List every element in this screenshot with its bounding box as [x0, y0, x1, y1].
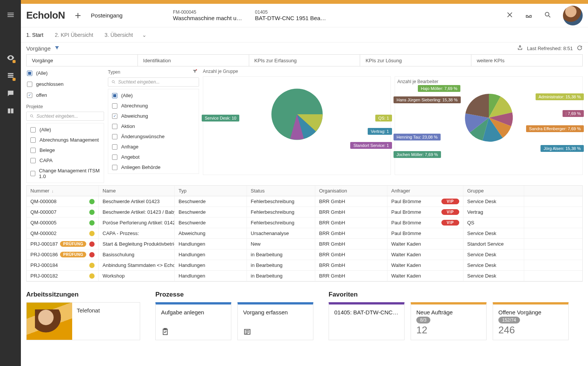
form-icon: [243, 328, 251, 336]
projects-search[interactable]: Suchtext eingeben...: [26, 112, 104, 121]
pie1-title: Anzahl je Gruppe: [203, 69, 238, 74]
topbar: EcholoN + Posteingang FM-000045 Waschmas…: [21, 4, 588, 27]
typen-title: Typen: [108, 69, 120, 75]
svg-point-1: [30, 115, 33, 117]
new-button[interactable]: +: [75, 9, 81, 22]
brand-logo: EcholoN: [26, 9, 65, 21]
tab-overview[interactable]: 3. Übersicht: [104, 32, 133, 38]
proj-abrechnung[interactable]: Abrechnungs Management: [27, 135, 104, 145]
pie-group-chart: [269, 86, 326, 143]
tab-kpi-overview[interactable]: 2. KPI Übersicht: [55, 32, 93, 38]
table-row[interactable]: QM-000008Beschwerde Artikel 01423Beschwe…: [27, 196, 582, 207]
filter-clear-icon[interactable]: [192, 69, 198, 75]
pie1-label-vertrag: Vertrag: 1: [368, 128, 392, 135]
status-offen[interactable]: offen: [26, 91, 104, 99]
proj-alle[interactable]: (Alle): [27, 125, 104, 134]
favorites-title: Favoriten: [329, 291, 569, 298]
typ-alle[interactable]: (Alle): [108, 91, 199, 100]
last-refreshed-label: Last Refreshed: 8:51: [527, 46, 573, 51]
panel-tab-vorgaenge[interactable]: Vorgänge: [27, 55, 138, 66]
col-anfrager[interactable]: Anfrager: [387, 186, 463, 196]
col-status[interactable]: Status: [247, 186, 315, 196]
card-offene[interactable]: Offene Vorgänge 152/74 246: [493, 302, 569, 340]
pie1-label-sd: Service Desk: 10: [202, 115, 239, 121]
panel-tab-identifikation[interactable]: Identifikation: [138, 55, 249, 66]
table-row[interactable]: QM-000002CAPA - Prozess:AbweichungUrsach…: [27, 228, 582, 239]
recent-item-1[interactable]: FM-000045 Waschmaschine macht unge: [173, 9, 245, 21]
menu-icon[interactable]: [6, 11, 15, 20]
export-icon[interactable]: [517, 45, 523, 52]
filter-typen: Typen Suchtext eingeben... (Alle) Abrech…: [108, 69, 199, 183]
card-aufgabe[interactable]: Aufgabe anlegen: [155, 302, 231, 340]
refresh-icon[interactable]: [577, 45, 583, 52]
panel-tab-kpi-erfassung[interactable]: KPIs zur Erfassung: [249, 55, 360, 66]
card-fav1[interactable]: 01405: BAT-DTW-CNC 195: [329, 302, 405, 340]
col-typ[interactable]: Typ: [175, 186, 247, 196]
col-name[interactable]: Name: [99, 186, 175, 196]
offene-chip: 152/74: [498, 317, 520, 323]
proj-belege[interactable]: Belege: [27, 145, 104, 155]
col-gruppe[interactable]: Gruppe: [463, 186, 524, 196]
views-icon[interactable]: [6, 54, 15, 63]
tab-start[interactable]: 1. Start: [26, 32, 43, 38]
pie-bearbeiter: Anzahl je Bearbeiter: [395, 76, 583, 175]
session-card[interactable]: Telefonat: [26, 302, 140, 340]
accent-bar: [21, 0, 588, 4]
section-header: Vorgänge Last Refreshed: 8:51: [26, 45, 583, 52]
session-label: Telefonat: [72, 303, 140, 340]
table-row[interactable]: PRJ-000184Anbindung Stammdaten <> Echol.…: [27, 260, 582, 271]
pie1-label-standort: Standort Service: 1: [350, 142, 392, 149]
lists-icon[interactable]: [6, 71, 15, 81]
inbox-slot[interactable]: Posteingang: [91, 12, 163, 19]
tray-icon[interactable]: [525, 11, 533, 20]
table-row[interactable]: QM-000005Poröse Perforierung Artikel: 01…: [27, 218, 582, 228]
typ-abrechnung[interactable]: Abrechnung: [108, 101, 199, 110]
book-icon[interactable]: [6, 107, 15, 117]
filter-icon[interactable]: [54, 45, 60, 52]
typ-aenderung[interactable]: Änderungswünsche: [108, 132, 199, 141]
table-row[interactable]: PRJ-000187PRÜFUNGStart & Begleitung Prod…: [27, 239, 582, 249]
typ-aktion[interactable]: Aktion: [108, 121, 199, 131]
card-neue[interactable]: Neue Aufträge 8/3 12: [411, 302, 487, 340]
typ-angebot[interactable]: Angebot: [108, 152, 199, 162]
table-row[interactable]: PRJ-000182WorkshopHandlungenin Bearbeitu…: [27, 271, 582, 281]
clipboard-icon: [161, 328, 169, 336]
section-title: Vorgänge: [26, 45, 51, 52]
left-rail: [0, 0, 21, 366]
recent-item-2[interactable]: 01405 BAT-DTW-CNC 1951 Bearbeit: [255, 9, 327, 21]
typ-anfrage[interactable]: Anfrage: [108, 142, 199, 151]
view-tabs: 1. Start 2. KPI Übersicht 3. Übersicht ⌄: [21, 27, 588, 43]
typ-abweichung[interactable]: Abweichung: [108, 111, 199, 121]
results-grid: Nummer Name Typ Status Organisation Anfr…: [26, 185, 583, 282]
svg-point-0: [545, 12, 549, 16]
typ-anliegen[interactable]: Anliegen Behörde: [108, 162, 199, 172]
projects-label: Projekte: [26, 104, 104, 109]
session-photo: [27, 303, 72, 340]
offene-num: 246: [498, 324, 563, 336]
typen-search[interactable]: Suchtext eingeben...: [108, 77, 199, 87]
filter-status: (Alle) geschlossen offen Projekte Suchte…: [26, 69, 104, 183]
sessions-title: Arbeitssitzungen: [26, 291, 140, 298]
svg-point-2: [112, 80, 114, 83]
panel-tab-kpi-loesung[interactable]: KPIs zur Lösung: [360, 55, 471, 66]
close-icon[interactable]: [506, 11, 514, 20]
proj-change[interactable]: Change Management ITSM 1.0: [27, 166, 104, 181]
proj-capa[interactable]: CAPA: [27, 156, 104, 165]
avatar[interactable]: [563, 6, 583, 25]
pie2-l6: Jörg Alsen: 15,38 %: [541, 145, 584, 152]
status-alle[interactable]: (Alle): [26, 69, 104, 77]
col-nummer[interactable]: Nummer: [27, 186, 99, 196]
search-icon[interactable]: [544, 11, 552, 20]
card-vorgang[interactable]: Vorgang erfassen: [237, 302, 313, 340]
chat-icon[interactable]: [6, 89, 15, 99]
status-geschlossen[interactable]: geschlossen: [26, 80, 104, 88]
pie2-l4: : 7,69 %: [563, 110, 584, 117]
panel-tab-weitere[interactable]: weitere KPIs: [471, 55, 582, 66]
pie2-l5: Sandra Effenberger: 7,69 %: [526, 125, 584, 132]
chevron-down-icon[interactable]: ⌄: [142, 32, 147, 38]
table-row[interactable]: PRJ-000186PRÜFUNGBasisschulungHandlungen…: [27, 249, 582, 260]
pie1-label-qs: QS: 1: [375, 115, 392, 121]
pie-bearbeiter-chart: [462, 91, 515, 144]
col-org[interactable]: Organisation: [315, 186, 387, 196]
table-row[interactable]: QM-000007Beschwerde Artikel: 01423 / Bab…: [27, 207, 582, 218]
